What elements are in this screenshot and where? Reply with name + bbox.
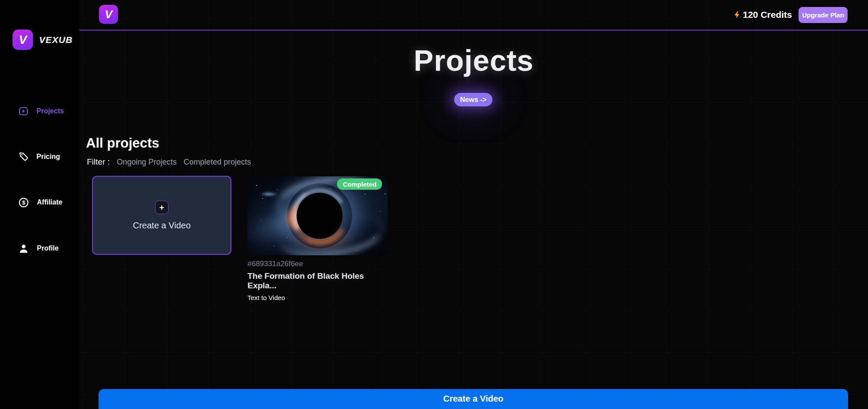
brand-logo: V bbox=[13, 30, 33, 50]
status-badge: Completed bbox=[337, 178, 382, 190]
project-type: Text to Video bbox=[248, 294, 388, 301]
person-icon bbox=[18, 243, 29, 254]
sidebar-item-label: Pricing bbox=[36, 153, 60, 161]
play-square-icon bbox=[18, 106, 29, 116]
credits-label: 120 Credits bbox=[743, 10, 792, 20]
price-tag-icon bbox=[18, 152, 29, 162]
create-video-bottom-button[interactable]: Create a Video bbox=[99, 389, 848, 409]
topbar-logo[interactable]: V bbox=[99, 5, 118, 24]
filter-label: Filter : bbox=[87, 157, 110, 167]
brand-name: VEXUB bbox=[39, 35, 73, 45]
sidebar: V VEXUB Projects Pricing $ Affiliate bbox=[0, 0, 79, 409]
app-window: V 120 Credits Upgrade Plan V VEXUB Proje… bbox=[0, 0, 868, 409]
section-title: All projects bbox=[86, 135, 159, 151]
sidebar-item-affiliate[interactable]: $ Affiliate bbox=[18, 195, 63, 209]
create-card-label: Create a Video bbox=[133, 221, 191, 231]
project-card[interactable]: Completed #689331a26f6ee The Formation o… bbox=[248, 176, 388, 301]
project-id: #689331a26f6ee bbox=[248, 260, 388, 268]
sidebar-item-pricing[interactable]: Pricing bbox=[18, 150, 60, 164]
topbar-right: 120 Credits Upgrade Plan bbox=[733, 3, 848, 26]
upgrade-plan-button[interactable]: Upgrade Plan bbox=[799, 7, 848, 23]
plus-icon[interactable]: + bbox=[155, 201, 168, 214]
sidebar-item-label: Affiliate bbox=[37, 198, 63, 206]
project-title: The Formation of Black Holes Expla... bbox=[248, 271, 388, 290]
filter-completed-projects[interactable]: Completed projects bbox=[184, 158, 251, 167]
sidebar-brand[interactable]: V VEXUB bbox=[13, 30, 73, 50]
filter-ongoing-projects[interactable]: Ongoing Projects bbox=[117, 158, 177, 167]
topbar-divider bbox=[79, 30, 868, 31]
lightning-icon bbox=[733, 10, 741, 20]
filter-row: Filter : Ongoing Projects Completed proj… bbox=[87, 157, 251, 167]
brand-logo-letter: V bbox=[19, 33, 27, 47]
sidebar-item-projects[interactable]: Projects bbox=[18, 104, 64, 118]
sidebar-item-label: Projects bbox=[36, 107, 64, 115]
sidebar-item-profile[interactable]: Profile bbox=[18, 241, 59, 255]
blackhole-core bbox=[297, 193, 343, 239]
project-thumbnail[interactable]: Completed bbox=[248, 176, 388, 255]
svg-text:$: $ bbox=[22, 199, 26, 206]
news-button[interactable]: News -> bbox=[454, 93, 492, 106]
topbar-logo-letter: V bbox=[105, 8, 112, 21]
credits-display: 120 Credits bbox=[733, 10, 792, 20]
sidebar-item-label: Profile bbox=[37, 244, 59, 252]
dollar-circle-icon: $ bbox=[18, 197, 29, 208]
starfield bbox=[256, 185, 257, 186]
create-video-card[interactable]: + Create a Video bbox=[92, 176, 231, 255]
page-title: Projects bbox=[79, 43, 868, 77]
